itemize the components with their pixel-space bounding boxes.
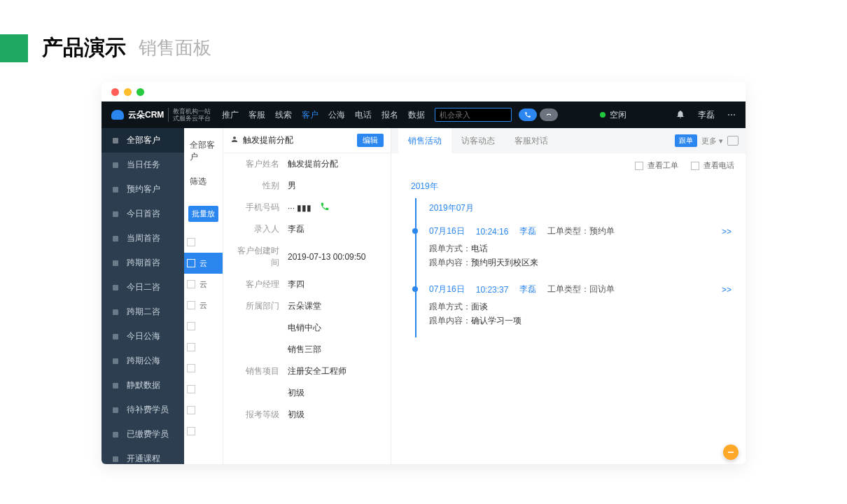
sidebar-icon [111, 136, 120, 145]
activity-tab-0[interactable]: 销售活动 [398, 128, 451, 153]
field-value: 电销中心 [288, 322, 321, 334]
detail-field: 报考等级初级 [223, 404, 391, 426]
entry-more-link[interactable]: >> [722, 285, 732, 295]
list-row[interactable] [184, 400, 223, 421]
app-window: 云朵CRM 教育机构一站 式服务云平台 推广客服线索客户公海电话报名数据 ▾ 空… [102, 82, 746, 464]
field-label: 报考等级 [230, 409, 279, 421]
nav-item-1[interactable]: 客服 [248, 109, 265, 121]
svg-rect-4 [113, 236, 118, 241]
nav-item-3[interactable]: 客户 [302, 109, 318, 121]
user-menu-icon[interactable]: ⋯ [727, 110, 736, 120]
list-row[interactable]: 云 [184, 274, 223, 295]
sidebar-label: 开通课程 [127, 453, 160, 464]
sidebar-item-11[interactable]: 待补费学员 [102, 398, 184, 422]
entry-date: 07月16日 [429, 284, 465, 295]
svg-rect-10 [113, 383, 118, 388]
cloud-icon [111, 110, 124, 120]
close-icon[interactable] [111, 88, 119, 96]
view-calls-checkbox[interactable]: 查看电话 [691, 160, 734, 171]
followup-chip[interactable]: 跟单 [675, 134, 697, 147]
sidebar-item-13[interactable]: 开通课程 [102, 447, 184, 464]
timeline-entry: 07月16日10:24:16李磊工单类型：预约单>>跟单方式：电话跟单内容：预约… [429, 221, 732, 279]
accent-block [0, 34, 28, 62]
call-controls [519, 108, 558, 121]
hangup-button[interactable] [540, 108, 558, 121]
nav-item-5[interactable]: 电话 [355, 109, 372, 121]
sidebar-item-10[interactable]: 静默数据 [102, 373, 184, 398]
phone-icon[interactable] [320, 202, 330, 214]
maximize-icon[interactable] [136, 88, 144, 96]
brand-name: 云朵CRM [128, 109, 164, 121]
sidebar-item-5[interactable]: 跨期首咨 [102, 251, 184, 275]
entry-more-link[interactable]: >> [722, 227, 732, 237]
sidebar-label: 跨期二咨 [127, 306, 160, 318]
field-label: 手机号码 [230, 202, 279, 214]
sidebar-icon [111, 161, 120, 169]
list-row[interactable] [184, 358, 223, 379]
detail-field: 所属部门云朵课堂 [223, 295, 391, 317]
sidebar-item-0[interactable]: 全部客户 [102, 128, 184, 153]
sidebar-item-12[interactable]: 已缴费学员 [102, 422, 184, 447]
detail-field: 销售项目注册安全工程师 [223, 360, 391, 382]
sidebar-item-1[interactable]: 当日任务 [102, 153, 184, 177]
nav-item-6[interactable]: 报名 [382, 109, 398, 121]
opportunity-button[interactable]: ▾ [435, 108, 512, 122]
sidebar-item-3[interactable]: 今日首咨 [102, 202, 184, 226]
nav-items: 推广客服线索客户公海电话报名数据 [222, 109, 425, 121]
field-value: 触发提前分配 [288, 158, 338, 170]
sidebar-label: 跨期公海 [127, 355, 160, 367]
sidebar-icon [111, 186, 120, 194]
sidebar-label: 当日任务 [127, 159, 160, 171]
svg-rect-12 [113, 432, 118, 438]
bell-icon[interactable] [676, 109, 685, 121]
list-row-selected[interactable]: 云 [184, 253, 223, 274]
list-column: 全部客户 筛选 批量放 云 云 云 [184, 128, 223, 464]
sidebar-item-7[interactable]: 跨期二咨 [102, 300, 184, 324]
sidebar-item-8[interactable]: 今日公海 [102, 324, 184, 349]
view-orders-checkbox[interactable]: 查看工单 [635, 160, 678, 171]
sidebar-label: 今日公海 [127, 330, 160, 342]
sidebar-label: 待补费学员 [127, 404, 169, 416]
nav-item-4[interactable]: 公海 [328, 109, 345, 121]
list-row[interactable] [184, 316, 223, 337]
sidebar-item-4[interactable]: 当周首咨 [102, 226, 184, 251]
sidebar-item-2[interactable]: 预约客户 [102, 177, 184, 202]
detail-field: 客户经理李四 [223, 274, 391, 295]
activity-tab-2[interactable]: 客服对话 [505, 128, 558, 153]
batch-button[interactable]: 批量放 [188, 206, 218, 222]
sidebar-icon [111, 332, 120, 341]
detail-title: 触发提前分配 [243, 134, 293, 146]
call-button[interactable] [519, 108, 537, 121]
field-label: 录入人 [230, 223, 279, 235]
svg-rect-5 [113, 260, 118, 266]
sidebar-item-9[interactable]: 跨期公海 [102, 349, 184, 373]
entry-type: 工单类型：预约单 [547, 225, 615, 237]
entry-time: 10:23:37 [476, 285, 509, 295]
svg-rect-11 [113, 407, 118, 413]
list-row[interactable] [184, 379, 223, 400]
field-label: 所属部门 [230, 300, 279, 312]
activity-tab-1[interactable]: 访客动态 [451, 128, 505, 153]
field-value: 男 [288, 180, 296, 192]
sidebar-item-6[interactable]: 今日二咨 [102, 275, 184, 300]
checkbox-header[interactable] [184, 232, 223, 253]
nav-item-2[interactable]: 线索 [275, 109, 292, 121]
sidebar-icon [111, 259, 120, 267]
svg-rect-2 [113, 187, 118, 192]
field-value: 注册安全工程师 [288, 365, 346, 377]
fab-button[interactable]: – [723, 444, 738, 460]
list-row[interactable] [184, 421, 223, 442]
edit-button[interactable]: 编辑 [357, 134, 384, 147]
minimize-icon[interactable] [124, 88, 132, 96]
list-row[interactable] [184, 337, 223, 358]
panel-toggle-icon[interactable] [727, 136, 738, 146]
entry-time: 10:24:16 [476, 227, 509, 237]
nav-item-0[interactable]: 推广 [222, 109, 239, 121]
status-dot-icon [600, 112, 606, 118]
sidebar-label: 今日二咨 [127, 281, 160, 293]
current-user[interactable]: 李磊 [698, 109, 715, 121]
list-row[interactable]: 云 [184, 295, 223, 316]
field-label: 性别 [230, 180, 279, 192]
nav-item-7[interactable]: 数据 [408, 109, 425, 121]
more-menu[interactable]: 更多 ▾ [701, 136, 723, 146]
